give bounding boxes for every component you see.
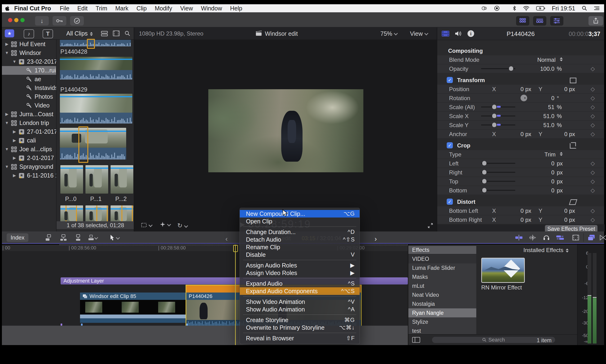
connect-edit-button[interactable] [44,233,53,242]
keyframe-diamond-icon[interactable]: ◇ [591,131,595,137]
audio-skimming-toggle[interactable] [528,233,537,242]
menu-item-create-storyline[interactable]: Create Storyline⌘G [240,316,360,324]
inspector-toggle-button[interactable] [550,16,563,26]
keyframe-diamond-icon[interactable]: ◇ [591,95,595,101]
menu-item-open-clip[interactable]: Open Clip [240,218,360,225]
sidebar-item-cali[interactable]: ▶cali [2,136,56,145]
clip-thumbnail[interactable] [60,128,126,148]
keyframe-diamond-icon[interactable]: ◇ [591,217,595,223]
keyframe-diamond-icon[interactable]: ◇ [591,169,595,176]
disclosure-closed-icon[interactable]: ▶ [11,138,18,143]
effects-category-masks[interactable]: Masks [408,273,476,281]
viewer-zoom-dropdown[interactable]: 75% [381,30,397,37]
keyframe-diamond-icon[interactable]: ◇ [591,104,595,110]
blue-marker[interactable] [81,324,83,326]
slider-knob[interactable] [492,114,496,118]
apple-menu-icon[interactable] [2,5,11,11]
parameter-slider[interactable] [481,68,515,69]
slider-knob[interactable] [482,161,487,165]
slider-knob[interactable] [509,66,513,71]
menu-item-disable[interactable]: DisableV [240,251,360,259]
clip-label[interactable]: P1440429 [60,86,87,93]
clip-label[interactable]: P...2 [115,195,127,202]
solo-toggle[interactable] [542,233,551,242]
x-value[interactable]: 0 [501,131,524,138]
parameter-slider[interactable] [481,181,515,182]
audio-meters[interactable]: 60-6-12-20-30-50-∞ [577,245,604,345]
transform-popup-button[interactable] [141,222,152,228]
sidebar-item-6-11-2016-1[interactable]: ▶6-11-2016 1 [2,171,56,180]
menu-item-expand-audio[interactable]: Expand Audio^S [240,280,360,287]
menu-item-overwrite-to-primary-storyline[interactable]: Overwrite to Primary Storyline⌥⌘↓ [240,324,360,331]
append-edit-button[interactable] [73,233,83,242]
menubar-item-mark[interactable]: Mark [111,5,132,12]
menu-item-assign-video-roles[interactable]: Assign Video Roles▶ [240,269,360,277]
video-frame[interactable] [208,89,363,172]
tools-dropdown[interactable] [108,233,121,242]
clip-thumbnail[interactable] [60,57,132,70]
sidebar-item-london-trip[interactable]: ▼London trip [2,118,56,127]
insert-edit-button[interactable] [59,233,68,242]
transform-reset-icon[interactable] [570,78,576,83]
effects-category-neat-video[interactable]: Neat Video [408,290,476,299]
audio-lanes-toggle[interactable] [555,233,565,242]
slider-knob[interactable] [492,104,496,109]
titles-generators-sidebar-icon[interactable]: T [43,29,53,38]
photos-audio-sidebar-icon[interactable]: ♪ [24,29,34,38]
crop-reset-icon[interactable] [570,143,576,149]
clip-thumbnail[interactable] [60,94,132,113]
effects-category-video[interactable]: VIDEO [408,254,476,263]
clip-thumbnail[interactable] [60,165,83,194]
viewer-view-dropdown[interactable]: View [410,30,428,37]
overwrite-edit-button[interactable] [88,233,98,242]
transitions-browser-toggle[interactable] [598,233,606,242]
browser-layout-button[interactable] [516,16,529,26]
keyframe-diamond-icon[interactable]: ◇ [591,208,595,214]
sidebar-item-sprayground[interactable]: ▼Sprayground [2,162,56,171]
disclosure-closed-icon[interactable]: ▶ [3,112,10,117]
x-value[interactable]: 0 [501,86,524,92]
screen-record-stop-icon[interactable] [491,5,503,11]
sidebar-item-instavids[interactable]: Instavids [2,84,56,92]
x-value[interactable]: 0 [501,217,524,223]
parameter-slider[interactable] [481,172,515,173]
sidebar-item-video[interactable]: Video [2,101,56,110]
parameter-value[interactable]: 51.0 [522,122,554,129]
sidebar-item-jurra-coast[interactable]: ▶Jurra...Coast [2,110,56,118]
keyframe-diamond-icon[interactable]: ◇ [591,65,595,72]
menubar-item-file[interactable]: File [56,5,73,12]
sidebar-item-ae[interactable]: ae [2,75,56,84]
sidebar-item-windsor[interactable]: ▼Windsor [2,49,56,57]
clip-appearance-button[interactable] [571,233,580,242]
disclosure-open-icon[interactable]: ▼ [3,147,10,152]
y-value[interactable]: 0 [545,131,567,138]
effect-name[interactable]: RN Mirror Effect [481,284,522,291]
menubar-item-help[interactable]: Help [226,5,246,12]
retime-popup-button[interactable]: ↻ [177,222,187,229]
clip-waveform[interactable] [60,148,126,159]
playhead-line[interactable] [235,245,236,345]
parameter-select[interactable]: Normal [515,57,555,63]
clip-label[interactable]: P...0 [65,195,77,202]
slider-knob[interactable] [492,123,496,127]
blue-marker[interactable] [186,324,188,326]
menu-item-change-duration-[interactable]: Change Duration...^D [240,228,360,236]
background-tasks-button[interactable] [70,16,84,26]
filmstrip-view-icon[interactable] [113,30,120,37]
parameter-slider[interactable] [481,106,515,107]
parameter-slider[interactable] [481,116,515,117]
keyframe-diamond-icon[interactable]: ◇ [591,113,595,119]
effects-category-luma-fade-slider[interactable]: Luma Fade Slider [408,263,476,273]
menu-item-rename-clip[interactable]: Rename Clip [240,243,360,251]
close-window-button[interactable] [8,18,12,22]
enhancements-popup-button[interactable] [160,221,171,227]
disclosure-open-icon[interactable]: ▼ [3,121,10,125]
keyframe-diamond-icon[interactable]: ◇ [591,122,595,128]
parameter-value[interactable]: 0 [522,95,554,102]
menu-item-reveal-in-browser[interactable]: Reveal in Browser⇧F [240,334,360,342]
disclosure-closed-icon[interactable]: ▶ [3,42,10,47]
menubar-item-view[interactable]: View [176,5,197,12]
keying-button[interactable] [53,16,66,26]
effects-sort-dropdown[interactable]: Installed Effects [523,247,569,253]
import-media-button[interactable]: ↓ [35,16,49,26]
